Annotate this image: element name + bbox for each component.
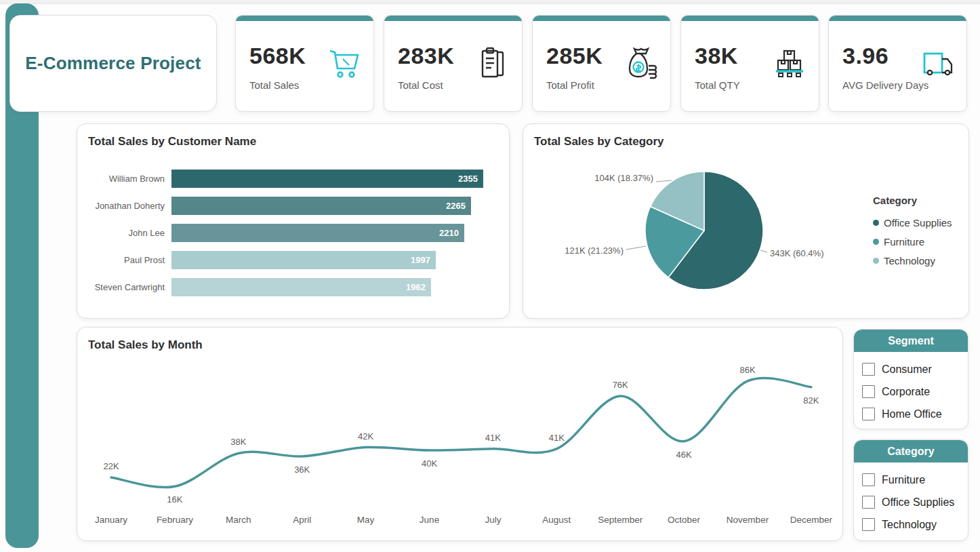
option-label: Corporate — [882, 386, 930, 398]
sales-line-series[interactable] — [111, 378, 811, 487]
pallet-boxes-icon — [771, 45, 808, 82]
kpi-accent-bar — [681, 16, 819, 21]
bar-value-label: 2265 — [446, 201, 471, 211]
bar-row[interactable]: Jonathan Doherty2265 — [88, 197, 498, 215]
bar-category-label: Paul Prost — [88, 255, 171, 265]
bar-row[interactable]: Paul Prost1997 — [88, 251, 498, 269]
kpi-card-total-cost[interactable]: 283K Total Cost — [384, 15, 523, 112]
category-pie[interactable] — [645, 171, 764, 290]
category-filter-header: Category — [854, 440, 968, 462]
delivery-truck-icon — [919, 45, 956, 82]
checkbox-unchecked-icon[interactable] — [862, 518, 875, 531]
x-axis-label: September — [598, 515, 643, 525]
kpi-label: Total Profit — [546, 79, 594, 91]
bar-segment[interactable]: 2265 — [171, 197, 471, 215]
canvas-top-edge — [0, 0, 980, 4]
legend-label: Technology — [884, 255, 935, 267]
bar-chart-title: Total Sales by Customer Name — [88, 135, 256, 149]
line-point-label: 46K — [676, 450, 692, 460]
bar-row[interactable]: John Lee2210 — [88, 224, 498, 242]
category-filter-card: Category FurnitureOffice SuppliesTechnol… — [853, 439, 968, 541]
category-option-technology[interactable]: Technology — [862, 513, 960, 536]
kpi-label: Total Cost — [398, 79, 443, 91]
kpi-label: Total QTY — [695, 79, 740, 91]
pie-legend: Category Office SuppliesFurnitureTechnol… — [873, 195, 952, 270]
x-axis-label: May — [357, 515, 375, 525]
segment-filter-card: Segment ConsumerCorporateHome Office — [853, 329, 968, 429]
kpi-card-total-profit[interactable]: 285K Total Profit — [532, 15, 671, 112]
bar-category-label: William Brown — [88, 174, 171, 184]
legend-dot-icon — [873, 258, 879, 264]
checkbox-unchecked-icon[interactable] — [862, 363, 875, 376]
kpi-card-avg-delivery[interactable]: 3.96 AVG Delivery Days — [828, 15, 967, 112]
legend-item-office-supplies[interactable]: Office Supplies — [873, 213, 952, 232]
x-axis-label: October — [668, 515, 701, 525]
x-axis-label: July — [485, 515, 501, 525]
line-point-label: 82K — [803, 395, 819, 406]
legend-label: Furniture — [884, 236, 924, 248]
bar-row[interactable]: William Brown2355 — [88, 170, 498, 188]
bar-chart-card: Total Sales by Customer Name William Bro… — [77, 123, 510, 319]
legend-dot-icon — [873, 220, 879, 226]
option-label: Home Office — [882, 408, 942, 420]
segment-option-consumer[interactable]: Consumer — [862, 358, 960, 380]
segment-option-corporate[interactable]: Corporate — [862, 380, 960, 403]
line-point-label: 16K — [167, 494, 182, 505]
kpi-card-total-qty[interactable]: 38K Total QTY — [680, 15, 819, 112]
bar-segment[interactable]: 1962 — [171, 278, 431, 296]
kpi-accent-bar — [533, 16, 670, 21]
bar-segment[interactable]: 2355 — [171, 170, 483, 188]
monthly-sales-line-chart[interactable]: 22K16K38K36K42K40K41K41K76K46K86K82KJanu… — [77, 328, 842, 540]
segment-filter-header: Segment — [854, 330, 968, 352]
bar-segment[interactable]: 2210 — [171, 224, 464, 242]
x-axis-label: February — [157, 515, 193, 525]
pie-slice-label-technology: 104K (18.37%) — [584, 173, 653, 183]
dashboard-title: E-Commerce Project — [25, 53, 201, 74]
checkbox-unchecked-icon[interactable] — [862, 408, 875, 420]
x-axis-label: March — [226, 515, 251, 525]
bar-value-label: 2210 — [439, 228, 464, 238]
line-point-label: 41K — [485, 433, 501, 443]
kpi-accent-bar — [236, 16, 373, 21]
line-point-label: 22K — [103, 461, 119, 471]
option-label: Furniture — [882, 474, 925, 486]
shopping-cart-icon — [326, 45, 363, 82]
customer-bar-chart: William Brown2355Jonathan Doherty2265Joh… — [88, 170, 498, 296]
bar-value-label: 1962 — [406, 282, 431, 292]
checkbox-unchecked-icon[interactable] — [862, 385, 875, 398]
kpi-card-total-sales[interactable]: 568K Total Sales — [235, 15, 374, 112]
x-axis-label: December — [790, 515, 833, 525]
pie-legend-title: Category — [873, 195, 952, 206]
checkbox-unchecked-icon[interactable] — [862, 473, 875, 486]
kpi-label: AVG Delivery Days — [842, 79, 928, 91]
segment-option-home-office[interactable]: Home Office — [862, 403, 960, 425]
bar-category-label: Jonathan Doherty — [88, 201, 171, 211]
category-option-furniture[interactable]: Furniture — [862, 469, 960, 491]
x-axis-label: June — [420, 515, 439, 525]
legend-label: Office Supplies — [884, 217, 952, 229]
legend-item-technology[interactable]: Technology — [873, 251, 952, 270]
line-point-label: 42K — [358, 431, 373, 441]
line-point-label: 36K — [294, 465, 310, 475]
category-option-office-supplies[interactable]: Office Supplies — [862, 491, 960, 513]
bar-value-label: 1997 — [411, 255, 436, 265]
kpi-accent-bar — [384, 16, 522, 21]
legend-item-furniture[interactable]: Furniture — [873, 232, 952, 251]
option-label: Consumer — [882, 363, 932, 376]
x-axis-label: January — [95, 515, 127, 525]
bar-category-label: Steven Cartwright — [88, 282, 171, 292]
x-axis-label: November — [727, 515, 769, 525]
x-axis-label: August — [542, 515, 571, 525]
bar-row[interactable]: Steven Cartwright1962 — [88, 278, 498, 296]
checkbox-unchecked-icon[interactable] — [862, 496, 875, 509]
kpi-value: 3.96 — [842, 43, 889, 69]
line-point-label: 40K — [422, 458, 437, 469]
line-point-label: 86K — [739, 365, 755, 375]
x-axis-label: April — [293, 515, 311, 525]
money-bag-icon — [623, 45, 659, 82]
bar-segment[interactable]: 1997 — [171, 251, 436, 269]
pie-chart-title: Total Sales by Category — [534, 135, 663, 149]
pie-slice-label-office-supplies: 343K (60.4%) — [770, 248, 824, 258]
line-point-label: 41K — [549, 433, 565, 443]
line-point-label: 38K — [230, 437, 246, 447]
